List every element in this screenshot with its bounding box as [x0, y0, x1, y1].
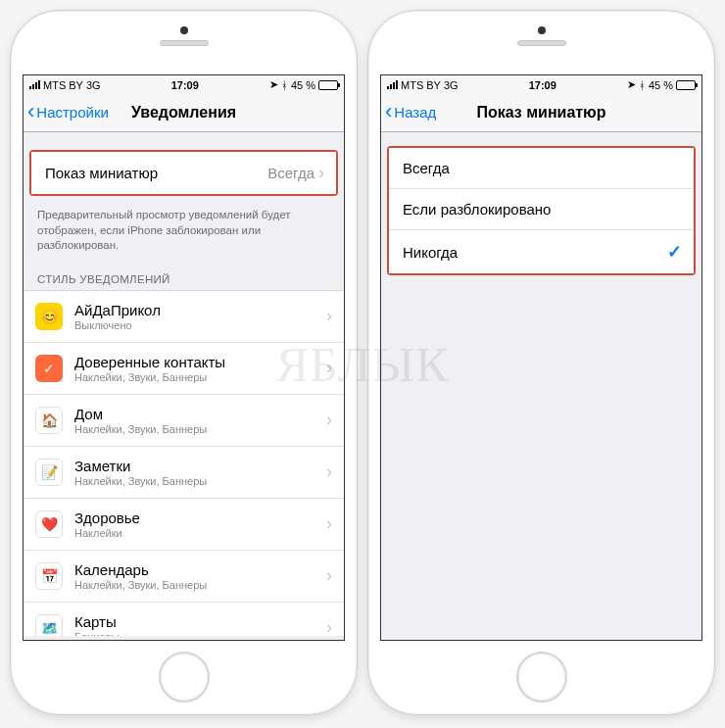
- home-button[interactable]: [159, 652, 210, 703]
- battery-icon: [676, 80, 696, 90]
- apps-list: 😊 АйДаПрикол Выключено › ✓ Доверенные ко…: [24, 290, 344, 636]
- app-row[interactable]: 🗺️ Карты Баннеры ›: [24, 603, 344, 636]
- clock: 17:09: [529, 79, 556, 91]
- app-name: Карты: [74, 613, 120, 630]
- app-sub: Выключено: [74, 319, 161, 331]
- option-row[interactable]: Всегда: [389, 148, 694, 189]
- app-row[interactable]: 📝 Заметки Наклейки, Звуки, Баннеры ›: [24, 447, 344, 499]
- screen-left: MTS BY 3G 17:09 ➤ ᚼ 45 % ‹ Настройки Уве…: [23, 74, 345, 641]
- app-sub: Наклейки, Звуки, Баннеры: [74, 475, 207, 487]
- app-name: АйДаПрикол: [74, 302, 161, 318]
- app-row[interactable]: 📅 Календарь Наклейки, Звуки, Баннеры ›: [24, 551, 344, 603]
- battery-percent: 45 %: [291, 79, 315, 91]
- chevron-right-icon: ›: [326, 410, 332, 430]
- app-sub: Наклейки: [74, 527, 140, 539]
- app-row[interactable]: ✓ Доверенные контакты Наклейки, Звуки, Б…: [24, 343, 344, 395]
- chevron-right-icon: ›: [326, 565, 332, 586]
- show-previews-value: Всегда: [267, 165, 314, 181]
- app-row[interactable]: 😊 АйДаПрикол Выключено ›: [24, 291, 344, 343]
- signal-icon: [387, 80, 398, 89]
- back-button[interactable]: ‹ Настройки: [27, 93, 109, 131]
- chevron-right-icon: ›: [318, 163, 324, 183]
- battery-icon: [318, 80, 338, 90]
- app-sub: Наклейки, Звуки, Баннеры: [74, 423, 207, 435]
- app-icon: 🗺️: [35, 614, 63, 636]
- page-title: Показ миниатюр: [476, 104, 605, 121]
- option-label: Если разблокировано: [403, 201, 551, 218]
- status-bar: MTS BY 3G 17:09 ➤ ᚼ 45 %: [24, 75, 344, 93]
- app-name: Заметки: [74, 458, 207, 474]
- app-icon: 🏠: [35, 407, 63, 434]
- option-row[interactable]: Если разблокировано: [389, 189, 694, 230]
- chevron-right-icon: ›: [326, 306, 332, 326]
- bluetooth-icon: ᚼ: [639, 79, 646, 91]
- carrier-label: MTS BY: [401, 79, 441, 91]
- option-label: Всегда: [403, 160, 450, 176]
- app-sub: Наклейки, Звуки, Баннеры: [74, 579, 207, 591]
- location-icon: ➤: [269, 78, 278, 91]
- chevron-right-icon: ›: [326, 358, 332, 378]
- checkmark-icon: ✓: [667, 241, 682, 263]
- app-row[interactable]: ❤️ Здоровье Наклейки ›: [24, 499, 344, 551]
- status-bar: MTS BY 3G 17:09 ➤ ᚼ 45 %: [381, 75, 701, 93]
- back-label: Настройки: [36, 104, 109, 121]
- carrier-label: MTS BY: [43, 79, 83, 91]
- signal-icon: [29, 80, 40, 89]
- battery-percent: 45 %: [649, 79, 673, 91]
- app-name: Доверенные контакты: [74, 354, 225, 370]
- app-name: Календарь: [74, 561, 207, 578]
- app-row[interactable]: 🏠 Дом Наклейки, Звуки, Баннеры ›: [24, 395, 344, 447]
- phone-frame-left: MTS BY 3G 17:09 ➤ ᚼ 45 % ‹ Настройки Уве…: [10, 10, 358, 715]
- show-previews-label: Показ миниатюр: [45, 165, 158, 181]
- speaker-slot: [160, 40, 209, 46]
- home-button[interactable]: [516, 652, 567, 703]
- show-previews-cell[interactable]: Показ миниатюр Всегда ›: [31, 152, 336, 194]
- back-button[interactable]: ‹ Назад: [385, 93, 436, 131]
- app-icon: 😊: [35, 303, 63, 330]
- app-name: Дом: [74, 406, 207, 422]
- app-icon: 📝: [35, 459, 63, 486]
- bluetooth-icon: ᚼ: [281, 79, 288, 91]
- phone-frame-right: MTS BY 3G 17:09 ➤ ᚼ 45 % ‹ Назад Показ м…: [367, 10, 715, 715]
- chevron-left-icon: ‹: [385, 101, 392, 122]
- nav-bar: ‹ Назад Показ миниатюр: [381, 93, 701, 132]
- section-header-style: СТИЛЬ УВЕДОМЛЕНИЙ: [24, 258, 344, 290]
- screen-right: MTS BY 3G 17:09 ➤ ᚼ 45 % ‹ Назад Показ м…: [380, 74, 702, 641]
- option-row[interactable]: Никогда ✓: [389, 230, 694, 273]
- nav-bar: ‹ Настройки Уведомления: [24, 93, 344, 132]
- speaker-slot: [517, 40, 566, 46]
- app-icon: ❤️: [35, 510, 63, 538]
- app-sub: Баннеры: [74, 631, 120, 636]
- app-icon: ✓: [35, 355, 63, 382]
- camera-dot: [180, 26, 188, 34]
- app-name: Здоровье: [74, 510, 140, 526]
- content-left: Показ миниатюр Всегда › Предварительный …: [24, 132, 344, 636]
- chevron-right-icon: ›: [326, 461, 332, 482]
- chevron-right-icon: ›: [326, 513, 332, 534]
- chevron-right-icon: ›: [326, 617, 332, 636]
- app-icon: 📅: [35, 562, 63, 590]
- page-title: Уведомления: [131, 104, 236, 121]
- network-label: 3G: [444, 79, 459, 91]
- option-label: Никогда: [403, 244, 458, 261]
- content-right: Всегда Если разблокировано Никогда ✓: [381, 132, 701, 636]
- clock: 17:09: [171, 79, 199, 91]
- network-label: 3G: [86, 79, 101, 91]
- footer-note: Предварительный просмотр уведомлений буд…: [24, 202, 344, 258]
- location-icon: ➤: [627, 78, 636, 91]
- options-highlight: Всегда Если разблокировано Никогда ✓: [387, 146, 696, 275]
- app-sub: Наклейки, Звуки, Баннеры: [74, 371, 225, 383]
- chevron-left-icon: ‹: [27, 101, 34, 122]
- highlighted-group: Показ миниатюр Всегда ›: [29, 150, 338, 196]
- camera-dot: [538, 26, 546, 34]
- back-label: Назад: [394, 104, 436, 121]
